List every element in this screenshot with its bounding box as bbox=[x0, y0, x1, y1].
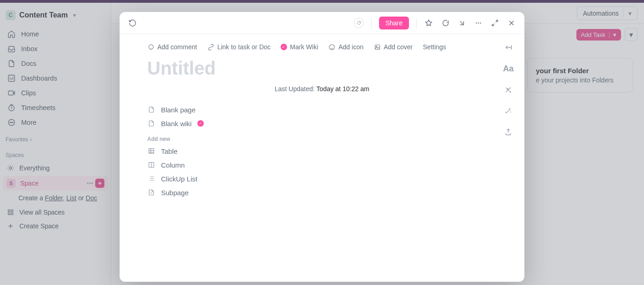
width-toggle-icon[interactable] bbox=[503, 42, 513, 52]
ai-icon[interactable] bbox=[503, 85, 513, 95]
svg-point-16 bbox=[149, 44, 153, 49]
toolbar-label: Add comment bbox=[157, 43, 197, 51]
settings-button[interactable]: Settings bbox=[423, 43, 446, 51]
add-new-item-label: Subpage bbox=[161, 189, 189, 197]
page-icon bbox=[147, 119, 155, 128]
toolbar-label: Add cover bbox=[384, 43, 413, 51]
tag-icon[interactable] bbox=[354, 18, 364, 28]
export-icon[interactable] bbox=[503, 127, 513, 137]
svg-rect-20 bbox=[149, 149, 154, 154]
add-clickup-list[interactable]: ClickUp List bbox=[147, 174, 497, 183]
link-task-button[interactable]: Link to task or Doc bbox=[207, 43, 270, 51]
add-comment-button[interactable]: Add comment bbox=[147, 43, 197, 51]
last-updated-label: Last Updated: bbox=[275, 85, 315, 93]
svg-point-14 bbox=[478, 22, 479, 23]
modal-body: Add comment Link to task or Doc ✓ Mark W… bbox=[120, 34, 524, 282]
page-icon bbox=[147, 105, 155, 114]
history-icon[interactable] bbox=[128, 18, 137, 28]
download-icon[interactable] bbox=[457, 18, 466, 28]
doc-title-input[interactable]: Untitled bbox=[147, 55, 497, 81]
mark-wiki-button[interactable]: ✓ Mark Wiki bbox=[281, 43, 318, 51]
add-icon-button[interactable]: Add icon bbox=[328, 43, 363, 51]
divider bbox=[416, 18, 417, 28]
toolbar-label: Link to task or Doc bbox=[217, 43, 270, 51]
add-new-label: Add new bbox=[147, 128, 497, 147]
font-icon[interactable]: Aa bbox=[503, 64, 513, 74]
doc-editor-modal: Share bbox=[120, 12, 524, 282]
last-updated: Last Updated: Today at 10:22 am bbox=[147, 81, 497, 105]
list-icon bbox=[147, 174, 155, 183]
wiki-badge-icon: ✓ bbox=[197, 120, 204, 127]
right-rail: Aa bbox=[503, 42, 513, 137]
svg-point-17 bbox=[329, 44, 334, 49]
svg-rect-18 bbox=[375, 45, 380, 49]
svg-point-13 bbox=[476, 22, 477, 23]
toolbar-label: Add icon bbox=[339, 43, 363, 51]
add-new-item-label: ClickUp List bbox=[161, 175, 197, 183]
subpage-icon bbox=[147, 188, 155, 197]
add-subpage[interactable]: Subpage bbox=[147, 188, 497, 197]
add-new-item-label: Table bbox=[161, 147, 178, 155]
add-table[interactable]: Table bbox=[147, 147, 497, 155]
magic-icon[interactable] bbox=[503, 106, 513, 116]
table-icon bbox=[147, 147, 155, 155]
add-column[interactable]: Column bbox=[147, 161, 497, 169]
expand-icon[interactable] bbox=[490, 18, 500, 28]
share-button[interactable]: Share bbox=[379, 17, 409, 29]
modal-overlay[interactable]: Share bbox=[0, 3, 644, 285]
svg-point-15 bbox=[480, 22, 481, 23]
comment-icon bbox=[147, 43, 155, 51]
column-icon bbox=[147, 161, 155, 169]
add-new-item-label: Column bbox=[161, 161, 185, 169]
image-icon bbox=[374, 43, 381, 51]
template-label: Blank wiki bbox=[161, 120, 192, 128]
toolbar-label: Mark Wiki bbox=[290, 43, 318, 51]
star-icon[interactable] bbox=[424, 18, 433, 28]
template-label: Blank page bbox=[161, 106, 196, 114]
close-icon[interactable] bbox=[507, 18, 516, 28]
svg-point-19 bbox=[376, 46, 377, 47]
link-icon bbox=[207, 43, 214, 51]
last-updated-value: Today at 10:22 am bbox=[316, 85, 369, 93]
toolbar-label: Settings bbox=[423, 43, 446, 51]
more-icon[interactable] bbox=[474, 18, 483, 28]
divider bbox=[371, 18, 372, 28]
wiki-badge-icon: ✓ bbox=[281, 44, 287, 50]
share-label: Share bbox=[385, 19, 402, 27]
modal-header: Share bbox=[120, 12, 524, 34]
template-blank-page[interactable]: Blank page bbox=[147, 105, 497, 114]
add-cover-button[interactable]: Add cover bbox=[374, 43, 413, 51]
template-blank-wiki[interactable]: Blank wiki ✓ bbox=[147, 119, 497, 128]
emoji-icon bbox=[328, 43, 336, 51]
doc-toolbar: Add comment Link to task or Doc ✓ Mark W… bbox=[147, 43, 497, 55]
svg-point-12 bbox=[359, 22, 360, 23]
comment-icon[interactable] bbox=[441, 18, 450, 28]
